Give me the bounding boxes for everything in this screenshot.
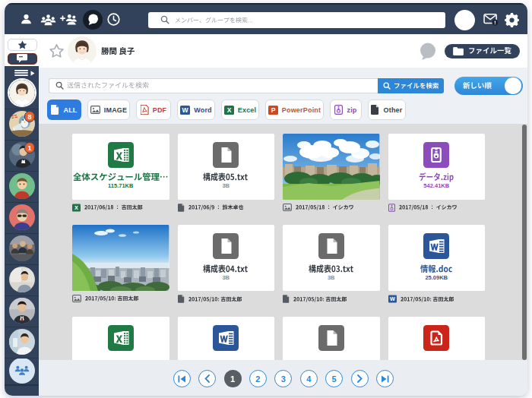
svg-text:W: W	[390, 295, 395, 302]
svg-text:P: P	[271, 106, 275, 114]
svg-text:X: X	[74, 204, 78, 211]
svg-text:W: W	[182, 106, 189, 114]
svg-text:X: X	[226, 106, 231, 114]
